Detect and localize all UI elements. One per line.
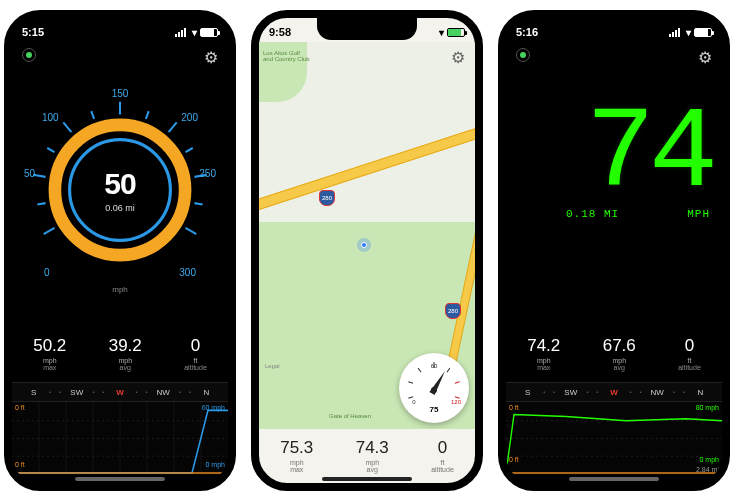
map-topbar: ⚙ (259, 48, 475, 67)
compass-strip[interactable]: S SW W NW N (12, 382, 228, 402)
stat-avg-unit: mph (603, 357, 636, 364)
stat-max-value: 75.3 (280, 438, 313, 458)
stat-max-label: max (280, 466, 313, 473)
stat-alt-value: 0 (184, 336, 207, 356)
chart-bot-right: 0 mph (700, 456, 719, 463)
stat-alt-value: 0 (431, 438, 454, 458)
digital-speed: 74 (506, 108, 712, 202)
top-bar: ⚙ (506, 48, 722, 67)
settings-gear-icon[interactable]: ⚙ (204, 48, 218, 67)
settings-gear-icon[interactable]: ⚙ (451, 48, 465, 67)
top-bar: ⚙ (12, 48, 228, 67)
stats-row: 74.2 mph max 67.6 mph avg 0 ft altitude (506, 336, 722, 371)
stat-avg[interactable]: 74.3 mph avg (356, 438, 389, 473)
scale-100: 100 (42, 112, 59, 123)
chart-top-right: 60 mph (202, 404, 225, 411)
digital-display[interactable]: 74 0.18 MI MPH (506, 108, 712, 268)
phone-digital: 5:16 ▾ ⚙ 74 0.18 MI MPH 74.2 mph max 67.… (498, 10, 730, 491)
chart-bot-left: 0 ft (15, 461, 25, 468)
wifi-icon: ▾ (686, 27, 691, 38)
scale-0: 0 (44, 267, 50, 278)
stat-max-label: max (33, 364, 66, 371)
stat-avg[interactable]: 67.6 mph avg (603, 336, 636, 371)
compass-n: N (185, 388, 228, 397)
scale-50: 50 (24, 168, 35, 179)
stat-max[interactable]: 50.2 mph max (33, 336, 66, 371)
battery-icon (200, 28, 218, 37)
home-indicator[interactable] (75, 477, 165, 481)
home-indicator[interactable] (569, 477, 659, 481)
stat-altitude[interactable]: 0 ft altitude (184, 336, 207, 371)
hwy-shield-icon-2: 280 (445, 303, 461, 319)
hwy-shield-icon: 280 (319, 190, 335, 206)
stat-max-unit: mph (527, 357, 560, 364)
status-time: 5:15 (22, 26, 44, 38)
stats-row: 75.3 mph max 74.3 mph avg 0 ft altitude (259, 438, 475, 473)
stat-altitude[interactable]: 0 ft altitude (678, 336, 701, 371)
svg-line-3 (146, 111, 149, 119)
home-indicator[interactable] (322, 477, 412, 481)
stat-max-value: 74.2 (527, 336, 560, 356)
svg-line-26 (447, 368, 450, 372)
map-label-gate: Gate of Heaven (329, 413, 371, 419)
stat-alt-label: altitude (431, 466, 454, 473)
status-time: 5:16 (516, 26, 538, 38)
status-time: 9:58 (269, 26, 291, 38)
svg-line-13 (37, 203, 45, 204)
phone-map: 9:58 ▾ ⚙ Los Altos Golf and Country Club… (251, 10, 483, 491)
gps-indicator-icon[interactable] (22, 48, 36, 62)
stat-avg-label: avg (603, 364, 636, 371)
history-chart[interactable]: 0 ft 80 mph 0 ft 0 mph 2.84 mi (506, 402, 722, 475)
mini-scale-120: 120 (451, 399, 462, 405)
stat-avg-value: 67.6 (603, 336, 636, 356)
settings-gear-icon[interactable]: ⚙ (698, 48, 712, 67)
stats-row: 50.2 mph max 39.2 mph avg 0 ft altitude (12, 336, 228, 371)
svg-line-8 (185, 228, 196, 234)
stat-avg[interactable]: 39.2 mph avg (109, 336, 142, 371)
stat-avg-unit: mph (109, 357, 142, 364)
stat-max-value: 50.2 (33, 336, 66, 356)
stat-max[interactable]: 74.2 mph max (527, 336, 560, 371)
scale-300: 300 (179, 267, 196, 278)
stat-avg-value: 39.2 (109, 336, 142, 356)
svg-line-29 (418, 368, 421, 372)
cell-signal-icon (669, 28, 683, 37)
mini-speed-gauge[interactable]: 0 60 120 75 (399, 353, 469, 423)
stat-altitude[interactable]: 0 ft altitude (431, 438, 454, 473)
svg-line-4 (169, 122, 177, 132)
gps-indicator-icon[interactable] (516, 48, 530, 62)
svg-line-5 (185, 148, 192, 152)
stat-alt-label: altitude (678, 364, 701, 371)
speed-gauge[interactable]: 0 50 100 150 200 250 300 50 0.06 mi mph (12, 80, 228, 300)
compass-strip[interactable]: S SW W NW N (506, 382, 722, 402)
stat-avg-label: avg (109, 364, 142, 371)
map-highway (259, 122, 475, 213)
chart-x-right: 2.84 mi (696, 466, 719, 473)
chart-top-right: 80 mph (696, 404, 719, 411)
battery-icon (694, 28, 712, 37)
stat-alt-unit: ft (678, 357, 701, 364)
chart-bot-left: 0 ft (509, 456, 519, 463)
scale-200: 200 (181, 112, 198, 123)
history-chart[interactable]: 0 ft 60 mph 0 ft 0 mph (12, 402, 228, 475)
stat-max-label: max (527, 364, 560, 371)
notch (564, 18, 664, 40)
notch (317, 18, 417, 40)
chart-svg (12, 402, 228, 475)
status-icons: ▾ (439, 27, 465, 38)
svg-line-14 (44, 228, 55, 234)
mini-scale-0: 0 (412, 399, 416, 405)
scale-250: 250 (199, 168, 216, 179)
map-view[interactable]: ⚙ Los Altos Golf and Country Club Gate o… (259, 42, 475, 429)
map-legal[interactable]: Legal (265, 363, 280, 369)
svg-line-9 (91, 111, 94, 119)
svg-line-27 (455, 382, 460, 384)
cell-signal-icon (175, 28, 189, 37)
stat-max[interactable]: 75.3 mph max (280, 438, 313, 473)
svg-line-10 (63, 122, 71, 132)
gauge-unit: mph (112, 285, 128, 294)
stat-avg-label: avg (356, 466, 389, 473)
svg-point-33 (431, 387, 437, 393)
chart-top-left: 0 ft (15, 404, 25, 411)
status-icons: ▾ (175, 27, 218, 38)
